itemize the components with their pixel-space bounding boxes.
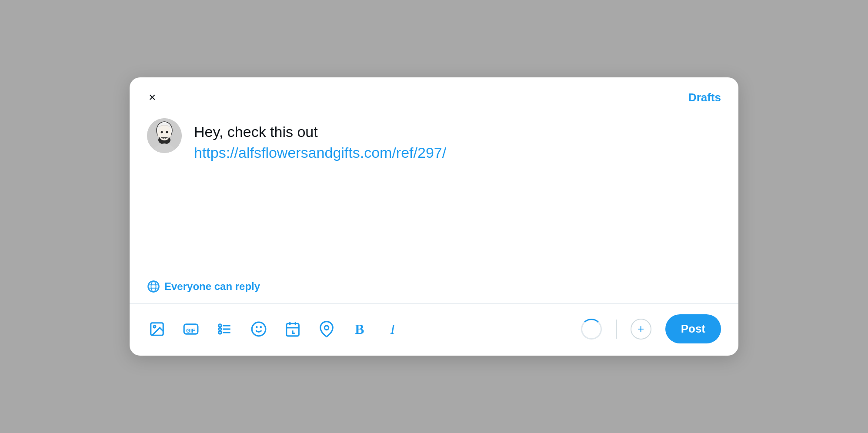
svg-point-21 [252, 322, 266, 336]
italic-icon-button[interactable]: I [384, 319, 404, 339]
character-count [581, 319, 602, 340]
svg-text:I: I [390, 322, 396, 337]
emoji-icon-button[interactable] [249, 319, 269, 339]
reply-setting-button[interactable]: Everyone can reply [147, 268, 721, 303]
svg-point-28 [324, 326, 329, 330]
tweet-link[interactable]: https://alfsflowersandgifts.com/ref/297/ [194, 144, 721, 161]
tweet-content[interactable]: Hey, check this out https://alfsflowersa… [194, 118, 721, 161]
location-icon-button[interactable] [317, 319, 337, 339]
schedule-icon-button[interactable] [283, 319, 303, 339]
poll-icon-button[interactable] [215, 319, 235, 339]
tweet-text: Hey, check this out [194, 122, 721, 143]
image-icon-button[interactable] [147, 319, 167, 339]
svg-text:GIF: GIF [186, 327, 195, 333]
toolbar-separator [616, 320, 617, 339]
toolbar-icons: GIF [147, 319, 581, 339]
svg-text:B: B [355, 322, 364, 337]
modal-header: × Drafts [130, 77, 738, 110]
bold-icon-button[interactable]: B [351, 319, 371, 339]
svg-point-12 [154, 326, 156, 328]
drafts-button[interactable]: Drafts [688, 91, 721, 104]
svg-point-8 [151, 281, 156, 292]
add-thread-button[interactable]: + [631, 319, 651, 340]
svg-point-7 [148, 281, 159, 292]
toolbar-right: + Post [581, 314, 721, 343]
svg-point-17 [219, 331, 221, 333]
compose-modal: × Drafts [130, 77, 738, 356]
toolbar: GIF [130, 304, 738, 356]
avatar [147, 118, 182, 153]
svg-point-15 [219, 324, 221, 326]
globe-icon [147, 280, 160, 293]
compose-row: Hey, check this out https://alfsflowersa… [147, 118, 721, 268]
svg-point-5 [161, 131, 163, 133]
post-button[interactable]: Post [665, 314, 721, 343]
svg-rect-24 [287, 323, 299, 336]
modal-body: Hey, check this out https://alfsflowersa… [130, 110, 738, 303]
svg-point-16 [219, 327, 221, 330]
gif-icon-button[interactable]: GIF [181, 319, 201, 339]
reply-setting-label: Everyone can reply [164, 280, 260, 293]
close-button[interactable]: × [147, 90, 157, 105]
svg-point-6 [166, 131, 168, 133]
